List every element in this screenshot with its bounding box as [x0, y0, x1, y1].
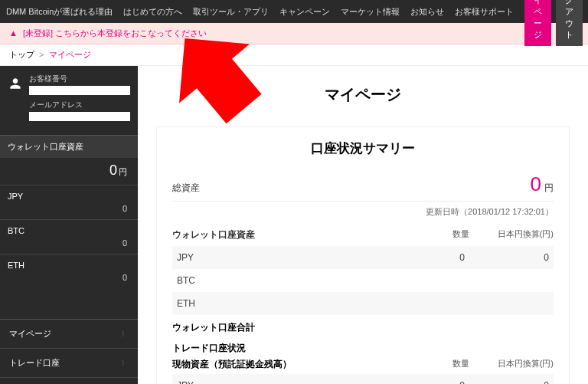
chevron-right-icon: 〉 — [121, 329, 129, 340]
main-content: マイページ 口座状況サマリー 総資産 0円 更新日時（2018/01/12 17… — [138, 66, 588, 384]
table-row: ETH — [172, 292, 554, 315]
summary-card: 口座状況サマリー 総資産 0円 更新日時（2018/01/12 17:32:01… — [156, 126, 570, 384]
page-title: マイページ — [156, 84, 570, 105]
warning-icon: ▲ — [9, 28, 18, 38]
nav-news[interactable]: お知らせ — [410, 6, 444, 18]
sidebar-nav-item[interactable]: トレード口座〉 — [0, 349, 138, 378]
mypage-button[interactable]: マイページ — [524, 0, 551, 46]
customer-number-value — [29, 86, 130, 95]
summary-title: 口座状況サマリー — [172, 139, 554, 157]
sidebar-nav-item[interactable]: 口座振替〉 — [0, 378, 138, 384]
sidebar-nav-item[interactable]: マイページ〉 — [0, 320, 138, 349]
nav-reason[interactable]: DMM Bitcoinが選ばれる理由 — [6, 6, 113, 18]
alert-text: [未登録] こちらから本登録をおこなってください — [23, 28, 207, 38]
email-value — [29, 112, 130, 121]
total-assets-value: 0円 — [531, 172, 554, 196]
trade-section-label: トレード口座状況 — [172, 336, 554, 356]
update-time: 更新日時（2018/01/12 17:32:01） — [172, 206, 554, 218]
logout-button[interactable]: ログアウト — [556, 0, 583, 46]
wallet-balance: 0円 — [0, 158, 138, 185]
sidebar-currency-row: ETH — [0, 254, 138, 273]
breadcrumb-top[interactable]: トップ — [9, 50, 34, 59]
sidebar-currency-value: 0 — [0, 273, 138, 288]
nav-campaign[interactable]: キャンペーン — [279, 6, 330, 18]
nav-market[interactable]: マーケット情報 — [341, 6, 400, 18]
nav-support[interactable]: お客様サポート — [455, 6, 514, 18]
table-row: JPY00 — [172, 246, 554, 269]
email-label: メールアドレス — [29, 100, 130, 110]
wallet-total-label: ウォレット口座合計 — [172, 315, 554, 336]
sidebar-currency-row: JPY — [0, 185, 138, 204]
sidebar-currency-value: 0 — [0, 238, 138, 254]
sidebar-currency-row: BTC — [0, 219, 138, 238]
breadcrumb: トップ > マイページ — [0, 44, 588, 66]
nav-beginner[interactable]: はじめての方へ — [123, 6, 182, 18]
registration-alert[interactable]: ▲ [未登録] こちらから本登録をおこなってください — [0, 23, 588, 44]
sidebar: お客様番号 メールアドレス ウォレット口座資産 0円 JPY0BTC0ETH0 … — [0, 66, 138, 384]
chevron-right-icon: 〉 — [121, 358, 129, 369]
sidebar-nav: マイページ〉トレード口座〉口座振替〉入金・入庫〉 — [0, 319, 138, 384]
breadcrumb-current: マイページ — [49, 50, 91, 59]
wallet-table-header: ウォレット口座資産 数量 日本円換算(円) — [172, 224, 554, 246]
user-block: お客様番号 メールアドレス — [0, 66, 138, 135]
breadcrumb-separator: > — [39, 50, 44, 59]
total-assets-label: 総資産 — [172, 182, 200, 195]
nav-tools[interactable]: 取引ツール・アプリ — [193, 6, 269, 18]
table-row: BTC — [172, 269, 554, 292]
spot-assets-header: 現物資産（預託証拠金残高） 数量 日本円換算(円) — [172, 356, 554, 374]
table-row: JPY00 — [172, 374, 554, 384]
customer-number-label: お客様番号 — [29, 74, 130, 84]
sidebar-currency-value: 0 — [0, 204, 138, 219]
top-navigation: DMM Bitcoinが選ばれる理由 はじめての方へ 取引ツール・アプリ キャン… — [0, 0, 588, 23]
wallet-heading: ウォレット口座資産 — [0, 135, 138, 158]
avatar-icon — [8, 75, 23, 92]
